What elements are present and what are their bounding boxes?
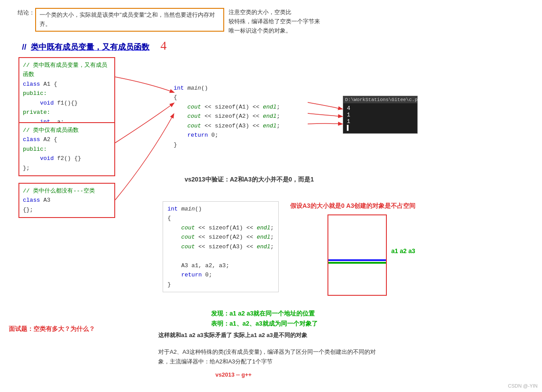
summary-box: 一个类的大小，实际就是该类中"成员变量"之和，当然也要进行内存对齐。 (35, 8, 224, 32)
diagram-line-blue (328, 259, 386, 261)
finding2: 表明：a1、a2、a3就成为同一个对象了 (211, 320, 318, 328)
heading-text: // 类中既有成员变量，又有成员函数 (22, 43, 149, 51)
finding3: 这样就和a1 a2 a3实际矛盾了 实际上a1 a2 a3是不同的对象 (158, 331, 307, 339)
code-main-bottom: int main() { cout << sizeof(A1) << endl;… (163, 201, 279, 292)
terminal-line3: 1 (347, 118, 414, 125)
summary-note: 注意空类的大小，空类比 较特殊，编译器给了空类一个字节来唯一标识这个类的对象。 (229, 8, 325, 35)
csdn-watermark: CSDN @-YIN (508, 383, 538, 388)
summary-text: 一个类的大小，实际就是该类中"成员变量"之和，当然也要进行内存对齐。 (40, 11, 215, 27)
interview-question: 面试题：空类有多大？为什么？ (9, 325, 95, 333)
diagram-line-green (328, 262, 386, 264)
terminal-box: D:\WorkStations\Gitee\c.p 4 1 1 ▌ (343, 96, 418, 134)
hypothesis-note: 假设A3的大小就是0 A3创建的对象是不占空间 (290, 202, 415, 210)
code-box-a2: // 类中仅有成员函数 class A2 { public: void f2()… (18, 122, 115, 176)
terminal-cursor: ▌ (347, 125, 414, 131)
terminal-line1: 4 (347, 105, 414, 112)
code-box-a3: // 类中什么都没有---空类 class A3 {}; (18, 183, 115, 218)
page-container: 结论： 一个类的大小，实际就是该类中"成员变量"之和，当然也要进行内存对齐。 注… (0, 0, 542, 392)
vs2013-note: vs2013 -- g++ (215, 370, 251, 380)
diagram-label: a1 a2 a3 (391, 247, 415, 254)
section-heading: // 类中既有成员变量，又有成员函数 (22, 42, 149, 52)
terminal-titlebar: D:\WorkStations\Gitee\c.p (343, 96, 417, 103)
diagram-box (327, 214, 387, 296)
summary-label: 结论： (18, 9, 35, 17)
code-main-top: int main() { cout << sizeof(A1) << endl;… (174, 83, 280, 149)
finding1: 发现：a1 a2 a3就在同一个地址的位置 (211, 310, 315, 318)
conclusion-note: 对于A2、A3这种特殊的类(没有成员变量)，编译器为了区分同一个类创建出的不同的… (158, 347, 376, 367)
vs-note: vs2013中验证：A2和A3的大小并不是0，而是1 (185, 176, 314, 184)
terminal-line2: 1 (347, 112, 414, 118)
heading-num: 4 (160, 39, 167, 53)
